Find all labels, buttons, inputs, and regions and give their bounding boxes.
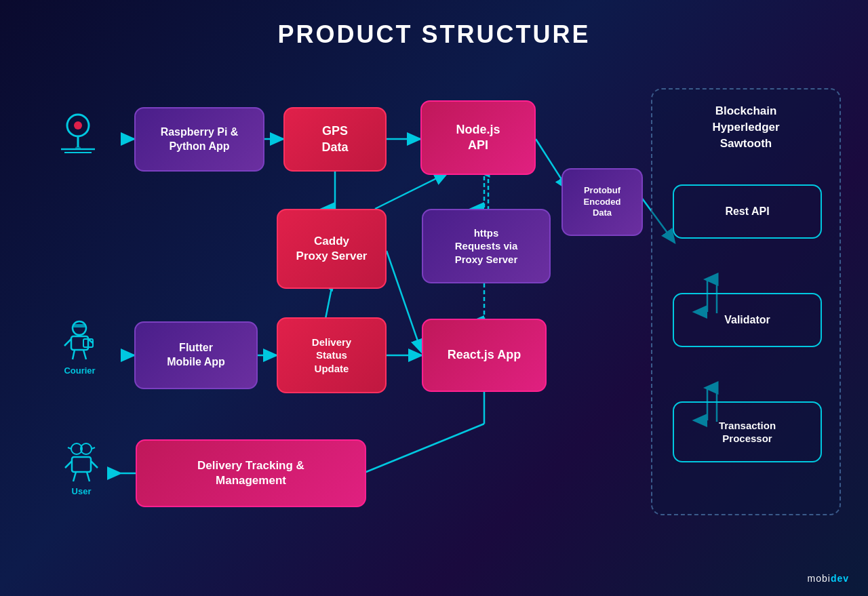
gps-data-box: GPS Data [283,107,387,172]
svg-line-34 [64,339,71,346]
svg-line-45 [91,461,98,468]
blockchain-container: Blockchain Hyperledger Sawtooth Rest API… [651,88,841,515]
svg-rect-29 [73,324,86,327]
page-title: PRODUCT STRUCTURE [0,0,868,49]
svg-line-33 [83,350,86,359]
svg-line-32 [73,350,75,359]
svg-line-4 [375,173,448,209]
reactjs-box: React.js App [422,319,547,392]
caddy-box: Caddy Proxy Server [277,209,387,289]
mobidev-logo: mobidev [808,573,849,584]
delivery-status-box: Delivery Status Update [277,317,387,393]
user-icon: User [61,439,102,496]
user-label: User [72,486,92,496]
flutter-box: Flutter Mobile App [134,321,258,389]
delivery-tracking-box: Delivery Tracking & Management [136,439,366,507]
transaction-box: Transaction Processor [673,401,822,462]
svg-point-23 [74,121,82,130]
nodejs-api-box: Node.js API [420,100,536,175]
protobuf-box: Protobuf Encoded Data [561,168,643,236]
svg-line-42 [73,472,76,481]
raspberry-pi-box: Raspberry Pi & Python App [134,107,264,172]
validator-box: Validator [673,293,822,347]
rest-api-box: Rest API [673,184,822,239]
svg-rect-41 [72,457,91,472]
courier-icon: Courier [58,319,102,376]
https-proxy-box: https Requests via Proxy Server [422,209,551,283]
svg-point-27 [75,146,81,149]
courier-label: Courier [64,365,95,376]
svg-line-43 [87,472,90,481]
svg-line-10 [387,251,422,353]
location-pin-icon [51,105,105,159]
svg-line-16 [363,424,484,473]
blockchain-label: Blockchain Hyperledger Sawtooth [652,103,840,151]
svg-point-28 [73,321,86,335]
svg-line-13 [326,285,332,319]
svg-line-44 [65,461,72,468]
